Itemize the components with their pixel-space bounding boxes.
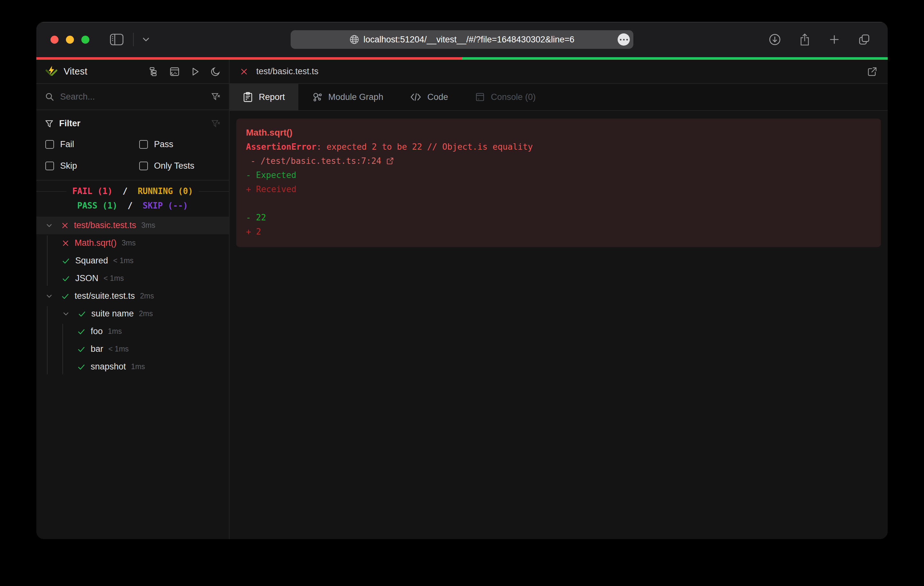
test-tree: test/basic.test.ts 3ms Math.sqrt() 3ms S… [36, 217, 229, 539]
error-message: : expected 2 to be 22 // Object.is equal… [316, 142, 533, 151]
tree-item-json[interactable]: JSON < 1ms [36, 270, 229, 287]
search-bar [36, 84, 229, 110]
app-title: Vitest [64, 66, 87, 77]
filter-option-skip[interactable]: Skip [45, 161, 139, 171]
download-icon[interactable] [769, 33, 781, 46]
share-icon[interactable] [799, 33, 810, 46]
filter-option-fail[interactable]: Fail [45, 140, 139, 150]
summary-skip-count: SKIP (--) [143, 201, 188, 211]
diff-received-label: + Received [246, 182, 871, 196]
browser-toolbar: localhost:51204/__vitest__/#/?file=16484… [36, 22, 888, 57]
zoom-window-button[interactable] [81, 36, 89, 44]
browser-window: localhost:51204/__vitest__/#/?file=16484… [36, 22, 888, 539]
clear-search-filter-icon[interactable] [211, 92, 221, 102]
error-report: Math.sqrt() AssertionError: expected 2 t… [236, 119, 881, 247]
tab-report[interactable]: Report [229, 84, 299, 110]
fail-icon [62, 239, 69, 247]
test-summary: FAIL (1) / RUNNING (0) PASS (1) / SKIP (… [36, 180, 229, 217]
open-in-editor-icon[interactable] [867, 66, 878, 77]
report-view: Math.sqrt() AssertionError: expected 2 t… [229, 111, 888, 539]
fail-checkbox[interactable] [45, 140, 54, 149]
search-icon [45, 92, 54, 102]
stack-frame[interactable]: - /test/basic.test.ts:7:24 [246, 154, 871, 168]
tab-module-graph[interactable]: Module Graph [299, 84, 397, 110]
new-tab-icon[interactable] [828, 34, 840, 45]
search-input[interactable] [60, 92, 211, 102]
tree-item-foo[interactable]: foo 1ms [36, 323, 229, 340]
failed-test-name: Math.sqrt() [246, 126, 871, 140]
external-link-icon[interactable] [386, 157, 394, 165]
open-file-name: test/basic.test.ts [256, 66, 318, 76]
report-tab-icon [243, 92, 253, 102]
diff-expected-label: - Expected [246, 168, 871, 182]
tab-code[interactable]: Code [397, 84, 462, 110]
clear-filter-icon[interactable] [211, 119, 221, 128]
filter-option-only-tests[interactable]: Only Tests [139, 161, 221, 171]
main-panel: test/basic.test.ts Report [229, 60, 888, 539]
tree-item-suite-test-file[interactable]: test/suite.test.ts 2ms [36, 287, 229, 305]
close-window-button[interactable] [51, 36, 58, 44]
test-progress-bar [36, 57, 888, 60]
error-name: AssertionError [246, 142, 316, 151]
pass-icon [77, 363, 86, 371]
tree-item-suite-name[interactable]: suite name 2ms [36, 305, 229, 323]
filter-icon [45, 119, 54, 128]
pass-icon [62, 274, 70, 283]
pass-icon [77, 328, 86, 336]
tab-console[interactable]: Console (0) [462, 84, 549, 110]
pass-icon [78, 310, 86, 318]
diff-received-value: + 2 [246, 225, 871, 239]
file-header: test/basic.test.ts [229, 60, 888, 84]
tree-item-snapshot[interactable]: snapshot 1ms [36, 358, 229, 375]
tree-item-squared[interactable]: Squared < 1ms [36, 252, 229, 270]
only-tests-checkbox[interactable] [139, 161, 148, 170]
console-tab-icon [475, 92, 485, 102]
close-file-icon[interactable] [240, 67, 248, 76]
traffic-lights [51, 36, 89, 44]
module-graph-tab-icon [312, 92, 322, 102]
dark-mode-icon[interactable] [210, 66, 221, 77]
page-menu-icon[interactable] [618, 33, 630, 46]
chevron-down-icon[interactable] [45, 221, 53, 230]
chevron-down-icon[interactable] [142, 37, 150, 42]
toolbar-actions [769, 33, 870, 46]
run-all-icon[interactable] [190, 66, 200, 77]
pass-icon [61, 292, 69, 300]
summary-fail-count: FAIL (1) [73, 186, 112, 196]
dashboard-icon[interactable] [169, 66, 180, 77]
sidebar-toggle-icon[interactable] [110, 34, 124, 45]
tree-view-icon[interactable] [149, 66, 159, 77]
summary-running-count: RUNNING (0) [138, 186, 193, 196]
filter-title: Filter [59, 119, 80, 128]
filter-option-pass[interactable]: Pass [139, 140, 221, 150]
chevron-down-icon[interactable] [45, 292, 53, 300]
indent-guide [47, 235, 48, 286]
chevron-down-icon[interactable] [62, 310, 70, 318]
tree-item-bar[interactable]: bar < 1ms [36, 340, 229, 358]
pass-icon [62, 257, 70, 265]
vitest-app: Vitest [36, 60, 888, 539]
toolbar-divider [133, 33, 134, 46]
fail-icon [61, 222, 69, 229]
summary-pass-count: PASS (1) [77, 201, 117, 211]
indent-guide [63, 324, 63, 374]
minimize-window-button[interactable] [66, 36, 74, 44]
code-tab-icon [410, 92, 421, 102]
filter-section: Filter Fail Pass [36, 110, 229, 180]
indent-guide [47, 306, 48, 374]
sidebar-header: Vitest [36, 60, 229, 84]
url-text: localhost:51204/__vitest__/#/?file=16484… [363, 35, 574, 44]
progress-pass-segment [462, 57, 888, 60]
tab-overview-icon[interactable] [858, 33, 870, 46]
globe-icon [350, 35, 359, 44]
pass-checkbox[interactable] [139, 140, 148, 149]
url-bar[interactable]: localhost:51204/__vitest__/#/?file=16484… [290, 30, 634, 49]
view-tabs: Report Module Graph Code [229, 84, 888, 111]
progress-fail-segment [36, 57, 462, 60]
tree-item-math-sqrt[interactable]: Math.sqrt() 3ms [36, 234, 229, 252]
tree-item-basic-test-file[interactable]: test/basic.test.ts 3ms [36, 217, 229, 234]
vitest-logo [45, 65, 58, 78]
sidebar: Vitest [36, 60, 229, 539]
pass-icon [77, 345, 86, 353]
skip-checkbox[interactable] [45, 161, 54, 170]
